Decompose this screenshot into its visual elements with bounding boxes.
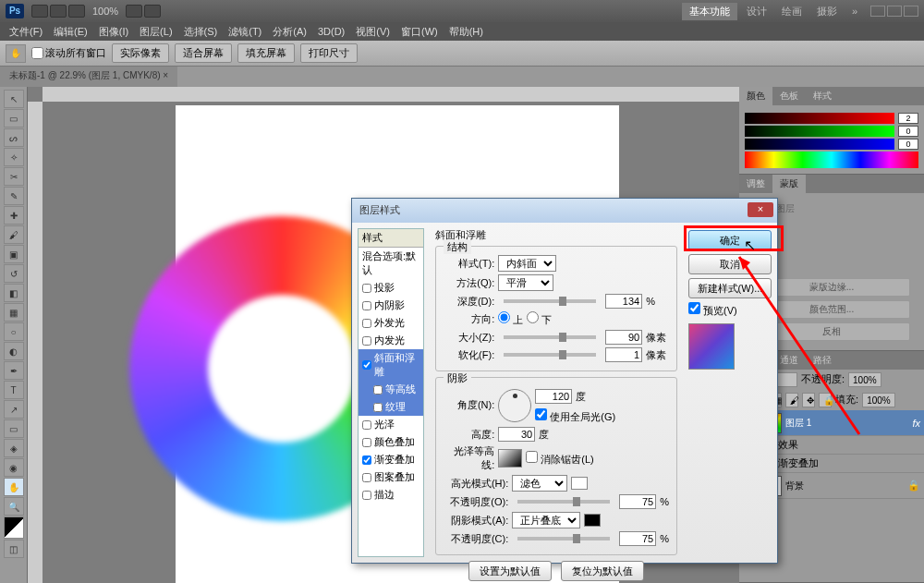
dodge-tool[interactable]: ◐: [4, 342, 24, 360]
shade-opacity-slider[interactable]: [517, 537, 610, 540]
g-value[interactable]: 0: [898, 126, 918, 137]
dialog-close-icon[interactable]: ×: [748, 202, 773, 217]
ok-button[interactable]: 确定: [688, 230, 772, 250]
style-satin[interactable]: 光泽: [359, 416, 423, 433]
depth-slider[interactable]: [504, 299, 596, 303]
workspace-basic[interactable]: 基本功能: [682, 3, 737, 20]
marquee-tool[interactable]: ▭: [4, 109, 24, 128]
fill-screen-button[interactable]: 填充屏幕: [237, 43, 295, 63]
tab-color[interactable]: 颜色: [739, 87, 772, 105]
maximize-button[interactable]: [887, 6, 902, 17]
fill-value[interactable]: 100%: [862, 393, 895, 407]
mb-icon[interactable]: [50, 5, 67, 18]
style-select[interactable]: 内斜面: [498, 255, 556, 272]
gloss-contour-icon[interactable]: [498, 449, 522, 468]
hilite-opacity-input[interactable]: [619, 494, 656, 509]
crop-tool[interactable]: ✂: [4, 167, 24, 186]
preview-check[interactable]: 预览(V): [688, 305, 737, 316]
wand-tool[interactable]: ✧: [4, 148, 24, 166]
3d-cam-tool[interactable]: ◉: [4, 458, 24, 477]
menu-file[interactable]: 文件(F): [6, 23, 46, 41]
tab-mask[interactable]: 蒙版: [772, 175, 806, 193]
style-coloroverlay[interactable]: 颜色叠加: [359, 433, 423, 451]
shape-tool[interactable]: ▭: [4, 419, 24, 438]
shade-mode-select[interactable]: 正片叠底: [512, 512, 580, 528]
angle-dial[interactable]: [498, 389, 531, 422]
lasso-tool[interactable]: ᔕ: [4, 128, 24, 147]
menu-edit[interactable]: 编辑(E): [50, 23, 91, 41]
color-swatch-icon[interactable]: [4, 516, 24, 539]
menu-help[interactable]: 帮助(H): [445, 23, 487, 41]
path-tool[interactable]: ↗: [4, 400, 24, 419]
move-tool[interactable]: ↖: [4, 90, 24, 108]
gradient-tool[interactable]: ▦: [4, 303, 24, 322]
workspace-design[interactable]: 设计: [739, 3, 774, 20]
blur-tool[interactable]: ○: [4, 322, 24, 341]
size-input[interactable]: [605, 330, 642, 345]
soften-input[interactable]: [605, 347, 642, 362]
hilite-mode-select[interactable]: 滤色: [512, 475, 567, 492]
dir-up-radio[interactable]: 上: [498, 311, 523, 327]
style-innerglow[interactable]: 内发光: [359, 332, 423, 349]
workspace-paint[interactable]: 绘画: [774, 3, 809, 20]
r-value[interactable]: 2: [898, 113, 918, 124]
global-light-check[interactable]: 使用全局光(G): [535, 408, 615, 424]
menu-analysis[interactable]: 分析(A): [269, 23, 310, 41]
style-contour[interactable]: 等高线: [359, 381, 423, 398]
opacity-value[interactable]: 100%: [848, 372, 881, 387]
tab-swatch[interactable]: 色板: [772, 87, 806, 105]
style-outerglow[interactable]: 外发光: [359, 314, 423, 332]
quickmask-tool[interactable]: ◫: [4, 540, 24, 558]
soften-slider[interactable]: [504, 353, 596, 357]
layer1-name[interactable]: 图层 1: [785, 417, 908, 430]
pen-tool[interactable]: ✒: [4, 361, 24, 380]
workspace-more-icon[interactable]: »: [845, 4, 865, 18]
close-button[interactable]: [904, 6, 918, 17]
style-gradoverlay[interactable]: 渐变叠加: [359, 451, 423, 468]
menu-view[interactable]: 视图(V): [352, 23, 394, 41]
shade-color-swatch[interactable]: [584, 514, 601, 527]
r-slider[interactable]: [745, 113, 894, 124]
heal-tool[interactable]: ✚: [4, 206, 24, 225]
fx-badge[interactable]: fx: [912, 418, 920, 429]
hilite-color-swatch[interactable]: [571, 477, 588, 490]
style-patternoverlay[interactable]: 图案叠加: [359, 468, 423, 486]
menu-3d[interactable]: 3D(D): [314, 24, 348, 39]
hilite-opacity-slider[interactable]: [517, 500, 610, 504]
document-tab[interactable]: 未标题-1 @ 22.9% (图层 1, CMYK/8) ×: [0, 67, 177, 87]
tab-paths[interactable]: 路径: [806, 351, 839, 370]
new-style-button[interactable]: 新建样式(W)...: [688, 278, 772, 298]
print-size-button[interactable]: 打印尺寸: [300, 43, 358, 63]
lock-move-icon[interactable]: ✥: [802, 393, 815, 407]
grid-icon[interactable]: [68, 5, 85, 18]
3d-tool[interactable]: ◈: [4, 439, 24, 457]
bg-name[interactable]: 背景: [785, 480, 904, 492]
tab-adjust[interactable]: 调整: [739, 175, 772, 193]
set-default-button[interactable]: 设置为默认值: [468, 561, 552, 581]
style-dropshadow[interactable]: 投影: [359, 279, 423, 297]
type-tool[interactable]: T: [4, 381, 24, 399]
workspace-photo[interactable]: 摄影: [809, 3, 845, 20]
spectrum-bar[interactable]: [745, 152, 918, 168]
size-slider[interactable]: [504, 335, 596, 339]
style-bevel[interactable]: 斜面和浮雕: [359, 349, 423, 381]
lock-paint-icon[interactable]: 🖌: [785, 393, 798, 407]
brush-tool[interactable]: 🖌: [4, 225, 24, 244]
dir-down-radio[interactable]: 下: [527, 311, 552, 327]
menu-window[interactable]: 窗口(W): [397, 23, 442, 41]
history-brush-tool[interactable]: ↺: [4, 264, 24, 283]
shade-opacity-input[interactable]: [619, 531, 656, 546]
menu-select[interactable]: 选择(S): [180, 23, 222, 41]
fit-screen-button[interactable]: 适合屏幕: [175, 43, 232, 63]
style-stroke[interactable]: 描边: [359, 486, 423, 504]
style-texture[interactable]: 纹理: [359, 398, 423, 416]
method-select[interactable]: 平滑: [498, 274, 553, 291]
menu-layer[interactable]: 图层(L): [136, 23, 176, 41]
b-value[interactable]: 0: [898, 139, 918, 150]
reset-default-button[interactable]: 复位为默认值: [561, 561, 644, 581]
blend-options-row[interactable]: 混合选项:默认: [359, 248, 423, 279]
style-list-header[interactable]: 样式: [359, 229, 423, 248]
style-innershadow[interactable]: 内阴影: [359, 297, 423, 314]
menu-filter[interactable]: 滤镜(T): [225, 23, 265, 41]
doc-icon[interactable]: [126, 5, 142, 18]
